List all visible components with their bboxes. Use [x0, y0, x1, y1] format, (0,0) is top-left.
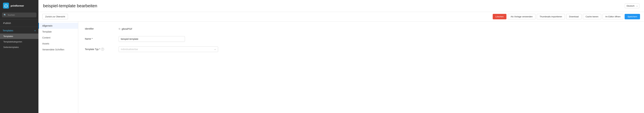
- save-button[interactable]: Speichern: [624, 14, 640, 19]
- sidebar-item-templates[interactable]: Templates: [0, 33, 38, 39]
- main-content: beispiel-template bearbeiten Deutsch Eng…: [38, 0, 644, 113]
- svg-text:p: p: [6, 5, 6, 6]
- page-title: beispiel-template bearbeiten: [43, 3, 97, 8]
- toolbar: Zurück zur Übersicht Löschen Als Vorlage…: [38, 12, 644, 21]
- template-typ-select[interactable]: individualisierbar individualisierbar: [119, 46, 218, 52]
- chevron-down-icon: ∨: [34, 29, 36, 32]
- nav-item-allgemein[interactable]: Allgemein: [38, 23, 78, 29]
- template-typ-row: Template Typ * ? individualisierbar indi…: [85, 46, 637, 52]
- sidebar-item-label: Templates: [3, 35, 13, 37]
- sidebar-search-container: 🔍: [2, 12, 36, 17]
- sidebar: p printformer 🔍 ← Publish Templates ∨ Te…: [0, 0, 38, 113]
- sidebar-item-label: Templatekategorien: [3, 40, 22, 43]
- language-selector-wrapper: Deutsch English: [625, 3, 639, 8]
- name-row: Name *: [85, 36, 637, 42]
- sidebar-divider: [0, 19, 38, 19]
- header-right: Deutsch English: [625, 3, 639, 8]
- left-nav: Allgemein Template Content Assets Verwen…: [38, 21, 78, 113]
- template-typ-select-wrapper: individualisierbar individualisierbar: [119, 46, 218, 52]
- nav-item-label: Allgemein: [42, 24, 52, 27]
- nav-item-label: Assets: [42, 42, 49, 45]
- language-select[interactable]: Deutsch English: [625, 3, 639, 8]
- use-as-template-button[interactable]: Als Vorlage verwenden: [508, 14, 536, 19]
- search-icon: 🔍: [4, 14, 6, 16]
- nav-item-label: Content: [42, 36, 50, 39]
- nav-item-schriften[interactable]: Verwendete Schriften: [38, 47, 78, 53]
- nav-item-label: Verwendete Schriften: [42, 48, 64, 51]
- content-area: Allgemein Template Content Assets Verwen…: [38, 21, 644, 113]
- name-label: Name *: [85, 36, 115, 40]
- delete-button[interactable]: Löschen: [493, 14, 506, 19]
- sidebar-item-seitentemplates[interactable]: Seitentemplates: [0, 44, 38, 50]
- identifier-control: ⧉ g8zwiPGF: [119, 26, 637, 31]
- identifier-value: ⧉ g8zwiPGF: [119, 26, 637, 31]
- nav-item-label: Template: [42, 30, 52, 33]
- sidebar-item-label: Seitentemplates: [3, 46, 19, 48]
- logo-text: printformer: [10, 4, 24, 7]
- editor-button[interactable]: Im Editor öffnen: [602, 14, 624, 19]
- identifier-row: Identifier ⧉ g8zwiPGF: [85, 26, 637, 31]
- download-button[interactable]: Download: [566, 14, 582, 19]
- search-input[interactable]: [8, 14, 35, 16]
- sidebar-divider-2: [0, 27, 38, 27]
- nav-item-content[interactable]: Content: [38, 35, 78, 41]
- identifier-label: Identifier: [85, 26, 115, 30]
- logo-icon: p: [3, 3, 9, 8]
- sidebar-item-templatekategorien[interactable]: Templatekategorien: [0, 39, 38, 44]
- name-control: [119, 36, 637, 42]
- sidebar-section-templates[interactable]: Templates ∨: [0, 28, 38, 33]
- sidebar-publish-item[interactable]: ← Publish: [0, 20, 38, 26]
- publish-label: Publish: [3, 22, 11, 24]
- template-typ-label: Template Typ * ?: [85, 46, 115, 51]
- form-area: Identifier ⧉ g8zwiPGF Name * Templat: [78, 21, 644, 113]
- cache-button[interactable]: Cache leeren: [583, 14, 601, 19]
- back-button[interactable]: Zurück zur Übersicht: [42, 14, 68, 19]
- template-typ-control: individualisierbar individualisierbar: [119, 46, 637, 52]
- sidebar-logo: p printformer: [0, 0, 38, 11]
- name-input[interactable]: [119, 36, 185, 42]
- nav-item-template[interactable]: Template: [38, 29, 78, 35]
- help-icon[interactable]: ?: [101, 48, 104, 51]
- import-thumbnails-button[interactable]: Thumbnails importieren: [537, 14, 565, 19]
- sidebar-section-label: Templates: [3, 29, 13, 32]
- main-header: beispiel-template bearbeiten Deutsch Eng…: [38, 0, 644, 12]
- copy-icon[interactable]: ⧉: [119, 27, 120, 30]
- identifier-text: g8zwiPGF: [122, 28, 132, 30]
- nav-item-assets[interactable]: Assets: [38, 41, 78, 47]
